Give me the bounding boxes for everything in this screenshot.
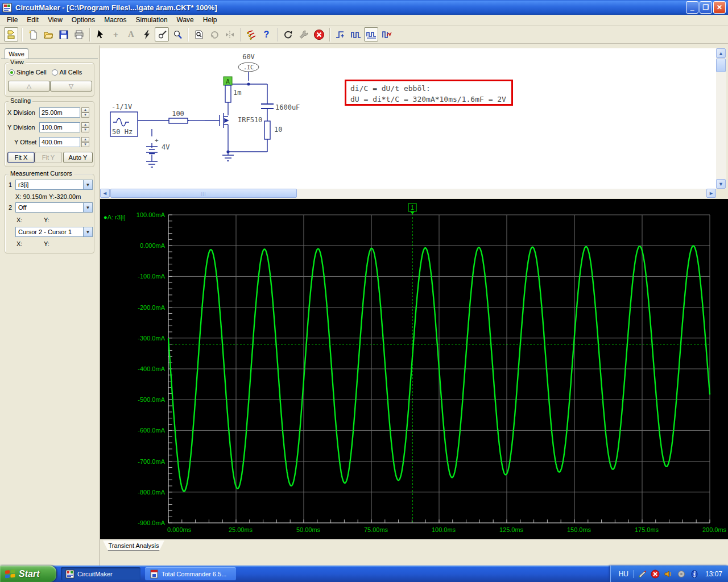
cursor2-dropdown-icon[interactable]: ▼ — [83, 203, 92, 212]
cursor1-xy-readout: X: 90.150m Y:-320.00m — [15, 193, 81, 200]
horizontal-scroll-thumb[interactable]: ||| — [110, 189, 297, 198]
menu-help[interactable]: Help — [198, 15, 222, 25]
language-indicator[interactable]: HU — [619, 570, 634, 578]
spinner-up-icon[interactable]: ▲ — [81, 107, 89, 113]
supply-voltage-label: 60V — [242, 53, 255, 61]
menu-simulation[interactable]: Simulation — [131, 15, 172, 25]
y-offset-input[interactable]: 400.0m — [39, 137, 80, 147]
spinner-up-icon[interactable]: ▲ — [81, 122, 89, 127]
step-waveforms-button[interactable] — [333, 27, 348, 41]
taskbar-item-circuitmaker[interactable]: CircuitMaker — [61, 567, 140, 580]
cursor1-flag-label: 1 — [411, 205, 414, 211]
text-tool-button[interactable]: A — [124, 27, 138, 41]
vertical-scroll-thumb[interactable] — [716, 59, 726, 72]
restore-button[interactable]: ❐ — [700, 1, 712, 14]
bluetooth-tray-icon[interactable] — [690, 569, 699, 579]
menu-macros[interactable]: Macros — [100, 15, 131, 25]
stop-simulation-button[interactable] — [312, 27, 326, 41]
scroll-up-icon[interactable]: ▲ — [716, 48, 726, 58]
trace-color-dot: ● — [104, 214, 107, 221]
print-button[interactable] — [72, 27, 86, 41]
source-frequency-label: 50 Hz — [112, 128, 133, 136]
new-file-button[interactable] — [26, 27, 40, 41]
spinner-up-icon[interactable]: ▲ — [81, 137, 89, 142]
spinner-down-icon[interactable]: ▼ — [81, 127, 89, 132]
open-file-button[interactable] — [41, 27, 55, 41]
sound-scheme-tray-icon[interactable] — [677, 569, 686, 579]
close-button[interactable]: ✕ — [713, 1, 726, 14]
cell-down-button[interactable]: ▽ — [50, 81, 92, 92]
menu-file[interactable]: File — [2, 15, 22, 25]
menu-view[interactable]: View — [43, 15, 67, 25]
transient-plot[interactable]: 100.00mA0.000mA-100.0mA-200.0mA-300.0mA-… — [100, 199, 728, 539]
mirror-button[interactable] — [222, 27, 237, 41]
y-division-input[interactable]: 100.0m — [39, 122, 80, 132]
gate-resistor-label: 100 — [172, 110, 184, 118]
parts-browser-button[interactable] — [4, 27, 18, 41]
menu-wave[interactable]: Wave — [172, 15, 198, 25]
y-tick-label: -900.0mA — [138, 519, 165, 526]
fit-y-button[interactable]: Fit Y — [35, 152, 62, 163]
run-bolt-button[interactable] — [139, 27, 154, 41]
cell-up-button[interactable]: △ — [8, 81, 50, 92]
cursor1-select[interactable]: r3[i] ▼ — [15, 180, 93, 190]
tablet-pen-tray-icon[interactable] — [638, 569, 647, 579]
start-button[interactable]: Start — [0, 566, 56, 582]
scroll-left-icon[interactable]: ◄ — [100, 189, 110, 198]
scaling-groupbox: Scaling X Division 25.00m ▲▼ Y Division … — [5, 101, 94, 167]
find-device-button[interactable] — [192, 27, 206, 41]
y-tick-label: -400.0mA — [138, 365, 165, 372]
cursor2-select[interactable]: Off ▼ — [15, 202, 93, 213]
rotate-button[interactable] — [207, 27, 221, 41]
probe-tool-button[interactable] — [155, 27, 169, 41]
tab-transient-analysis[interactable]: Transient Analysis — [103, 541, 164, 551]
windows-logo-icon — [5, 569, 16, 579]
x-division-input[interactable]: 25.00m — [39, 107, 80, 118]
save-file-button[interactable] — [56, 27, 71, 41]
waveform-view[interactable]: ●A: r3[i] 100.00mA0.000mA-100.0mA-200.0m… — [100, 199, 728, 539]
scroll-right-icon[interactable]: ► — [706, 189, 716, 198]
minimize-button[interactable]: _ — [686, 1, 698, 14]
digital-switches-icon — [246, 30, 257, 40]
scroll-down-icon[interactable]: ▼ — [716, 179, 726, 189]
digital-waveforms-button[interactable] — [349, 27, 363, 41]
digital-switches-button[interactable] — [244, 27, 258, 41]
fit-x-button[interactable]: Fit X — [7, 152, 35, 163]
menu-edit[interactable]: Edit — [22, 15, 43, 25]
analog-waveforms-button[interactable] — [364, 27, 378, 41]
auto-y-button[interactable]: Auto Y — [63, 152, 93, 163]
y-offset-spinner[interactable]: ▲▼ — [81, 137, 89, 147]
cursor-diff-dropdown-icon[interactable]: ▼ — [83, 227, 92, 236]
x-division-spinner[interactable]: ▲▼ — [81, 107, 89, 118]
y-division-spinner[interactable]: ▲▼ — [81, 122, 89, 132]
schematic-vertical-scrollbar[interactable]: ▲ ▼ — [716, 48, 726, 189]
menu-options[interactable]: Options — [67, 15, 100, 25]
cursor-diff-value: Cursor 2 - Cursor 1 — [16, 228, 83, 235]
y-tick-label: -800.0mA — [138, 489, 165, 496]
schematic-canvas[interactable]: .IC 60V A 1m IRF510 1600uF 10 -1/1V 50 H… — [100, 48, 716, 189]
annotation-note[interactable]: di/C = dU/t ebbõl: dU = di*t/C = 320mA*1… — [345, 80, 513, 106]
radio-all-cells[interactable]: All Cells — [52, 69, 82, 76]
reset-button[interactable] — [281, 27, 295, 41]
mixed-waveforms-icon — [381, 29, 392, 40]
security-alert-tray-icon[interactable] — [651, 569, 660, 579]
taskbar-item-total-commander[interactable]: Total Commander 6.5... — [145, 567, 236, 580]
mixed-waveforms-button[interactable] — [379, 27, 394, 41]
spinner-down-icon[interactable]: ▼ — [81, 113, 89, 118]
spinner-down-icon[interactable]: ▼ — [81, 142, 89, 147]
schematic-horizontal-scrollbar[interactable]: ◄ ||| ► — [100, 189, 716, 198]
taskbar-item-label: Total Commander 6.5... — [162, 571, 226, 577]
zoom-tool-button[interactable] — [170, 27, 184, 41]
tab-wave-label: Wave — [9, 51, 24, 57]
select-arrow-button[interactable] — [93, 27, 107, 41]
radio-single-cell[interactable]: Single Cell — [9, 69, 47, 76]
wrench-icon — [299, 30, 309, 40]
help-button[interactable]: ? — [259, 27, 274, 41]
tab-wave[interactable]: Wave — [5, 48, 28, 59]
cursor1-dropdown-icon[interactable]: ▼ — [83, 180, 92, 189]
add-plus-button[interactable]: + — [109, 27, 123, 41]
cursor-diff-select[interactable]: Cursor 2 - Cursor 1 ▼ — [15, 227, 93, 237]
volume-tray-icon[interactable] — [664, 569, 673, 579]
taskbar-clock[interactable]: 13:07 — [705, 570, 722, 578]
device-properties-button[interactable] — [296, 27, 311, 41]
